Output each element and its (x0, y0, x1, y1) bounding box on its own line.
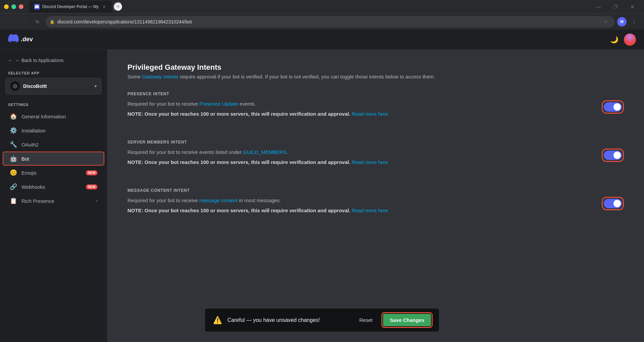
rich-presence-chevron-icon: › (96, 198, 98, 203)
browser-minimize-btn[interactable]: − (4, 4, 9, 9)
intent-note-message-content-intent: NOTE: Once your bot reaches 100 or more … (127, 207, 588, 215)
intent-text-message-content-intent: Required for your bot to receive message… (127, 197, 588, 215)
intent-link-server-members-intent[interactable]: GUILD_MEMBERS (243, 149, 286, 155)
save-changes-btn[interactable]: Save Changes (383, 314, 431, 326)
intent-text-server-members-intent: Required for your bot to receive events … (127, 149, 588, 166)
os-close-btn[interactable]: ✕ (625, 1, 640, 12)
browser-back-btn[interactable]: ← (5, 16, 16, 27)
intent-toggle-presence-intent[interactable] (604, 102, 622, 112)
browser-chrome: − □ ✕ Discord Developer Portal — My ✕ + … (0, 0, 644, 30)
app-icon (10, 81, 20, 91)
browser-tab-active[interactable]: Discord Developer Portal — My ✕ (29, 1, 112, 13)
ssl-lock-icon: 🔒 (50, 19, 55, 24)
intent-description-presence-intent: Required for your bot to receive Presenc… (127, 100, 588, 108)
webhooks-label: Webhooks (21, 184, 82, 190)
browser-profile-btn[interactable]: M (617, 17, 627, 26)
emojis-label: Emojis (21, 170, 82, 176)
intent-toggle-knob-message-content-intent (613, 200, 621, 207)
webhooks-icon: 🔗 (9, 183, 17, 190)
oauth2-label: OAuth2 (21, 142, 98, 148)
intent-header-server-members-intent: Required for your bot to receive events … (127, 149, 624, 166)
scrolled-content: Privileged Gateway Intents Some Gateway … (127, 63, 624, 225)
general-information-label: General Information (21, 114, 98, 119)
sidebar-item-general-information[interactable]: 🏠General Information (3, 109, 104, 123)
sidebar-item-rich-presence[interactable]: 📋Rich Presence› (3, 194, 104, 208)
sidebar-item-installation[interactable]: ⚙️Installation (3, 123, 104, 137)
general-information-icon: 🏠 (9, 113, 17, 120)
address-text: discord.com/developers/applications/1311… (57, 19, 598, 24)
intent-readmore-server-members-intent[interactable]: Read more here (352, 159, 388, 165)
intent-note-presence-intent: NOTE: Once your bot reaches 100 or more … (127, 110, 588, 118)
intent-toggle-wrapper-presence-intent (602, 100, 624, 114)
bot-icon: 🤖 (9, 155, 17, 162)
toast-warning-icon: ⚠️ (213, 316, 222, 325)
os-window-controls: — ❐ ✕ (591, 1, 640, 12)
app-header: .dev 🌙 (0, 30, 644, 50)
intent-toggle-wrapper-server-members-intent (602, 149, 624, 162)
sidebar: ← ← Back to Applications SELECTED APP Di… (0, 50, 107, 342)
section-heading-area: Privileged Gateway Intents Some Gateway … (127, 63, 624, 81)
tab-close-btn[interactable]: ✕ (101, 4, 107, 9)
oauth2-icon: 🔧 (9, 141, 17, 148)
browser-maximize-btn[interactable]: □ (11, 4, 16, 9)
selected-app-label: SELECTED APP (0, 71, 107, 75)
app-container: .dev 🌙 ← ← Back to Applications SELECTED… (0, 30, 644, 342)
address-bar[interactable]: 🔒 discord.com/developers/applications/13… (46, 16, 614, 27)
os-maximize-btn[interactable]: ❐ (608, 1, 623, 12)
intent-toggle-wrapper-message-content-intent (602, 197, 624, 210)
sidebar-item-webhooks[interactable]: 🔗WebhooksNEW (3, 180, 104, 194)
header-right: 🌙 (610, 34, 636, 46)
intent-link-presence-intent[interactable]: Presence Update (199, 101, 238, 107)
theme-toggle-btn[interactable]: 🌙 (610, 36, 619, 44)
toast-message: Careful — you have unsaved changes! (227, 317, 348, 323)
new-tab-btn[interactable]: + (113, 2, 123, 11)
intent-text-presence-intent: Required for your bot to receive Presenc… (127, 100, 588, 118)
browser-reload-btn[interactable]: ↻ (32, 16, 43, 27)
intent-description-message-content-intent: Required for your bot to receive message… (127, 197, 588, 205)
gateway-intents-link[interactable]: Gateway Intents (142, 74, 178, 79)
main-content: Privileged Gateway Intents Some Gateway … (107, 50, 644, 342)
intent-link-message-content-intent[interactable]: message content (199, 197, 237, 203)
svg-point-0 (624, 34, 636, 46)
bookmark-icon[interactable]: ☆ (601, 17, 610, 26)
app-selector[interactable]: DiscoBottt ▾ (5, 78, 102, 95)
user-avatar[interactable] (624, 34, 636, 46)
intent-section-presence-intent: PRESENCE INTENTRequired for your bot to … (127, 92, 624, 129)
intent-toggle-outline-presence-intent (602, 100, 624, 114)
intent-toggle-message-content-intent[interactable] (604, 199, 622, 208)
intent-readmore-message-content-intent[interactable]: Read more here (352, 208, 388, 213)
browser-window-controls: − □ ✕ (4, 4, 23, 9)
os-minimize-btn[interactable]: — (591, 1, 606, 12)
tab-title: Discord Developer Portal — My (42, 4, 99, 9)
intent-toggle-server-members-intent[interactable] (604, 151, 622, 160)
bot-label: Bot (21, 156, 98, 162)
settings-section-label: SETTINGS (0, 103, 107, 107)
intents-container: PRESENCE INTENTRequired for your bot to … (127, 92, 624, 225)
back-to-applications-link[interactable]: ← ← Back to Applications (0, 55, 107, 66)
intent-note-server-members-intent: NOTE: Once your bot reaches 100 or more … (127, 159, 588, 166)
tab-favicon (34, 4, 40, 9)
sidebar-item-emojis[interactable]: 😊EmojisNEW (3, 166, 104, 180)
browser-navbar: ← → ↻ 🔒 discord.com/developers/applicati… (0, 13, 644, 30)
sidebar-item-oauth2[interactable]: 🔧OAuth2 (3, 137, 104, 152)
back-arrow-icon: ← (8, 58, 13, 63)
nav-items: 🏠General Information⚙️Installation🔧OAuth… (0, 109, 107, 208)
browser-more-btn[interactable]: ⋮ (629, 17, 639, 26)
svg-point-1 (13, 84, 18, 89)
intent-description-server-members-intent: Required for your bot to receive events … (127, 149, 588, 156)
intent-readmore-presence-intent[interactable]: Read more here (352, 111, 388, 117)
installation-label: Installation (21, 128, 98, 133)
webhooks-new-badge: NEW (86, 184, 98, 189)
browser-close-btn[interactable]: ✕ (19, 4, 23, 9)
rich-presence-label: Rich Presence (21, 198, 92, 204)
sidebar-item-bot[interactable]: 🤖Bot (3, 152, 104, 166)
address-actions: ☆ (601, 17, 610, 26)
rich-presence-icon: 📋 (9, 197, 17, 205)
intent-toggle-knob-presence-intent (613, 103, 621, 111)
intent-title-presence-intent: PRESENCE INTENT (127, 92, 624, 96)
browser-forward-btn[interactable]: → (19, 16, 30, 27)
intent-title-message-content-intent: MESSAGE CONTENT INTENT (127, 188, 624, 193)
logo-text: .dev (21, 36, 33, 43)
reset-btn[interactable]: Reset (354, 315, 378, 326)
emojis-icon: 😊 (9, 169, 17, 176)
